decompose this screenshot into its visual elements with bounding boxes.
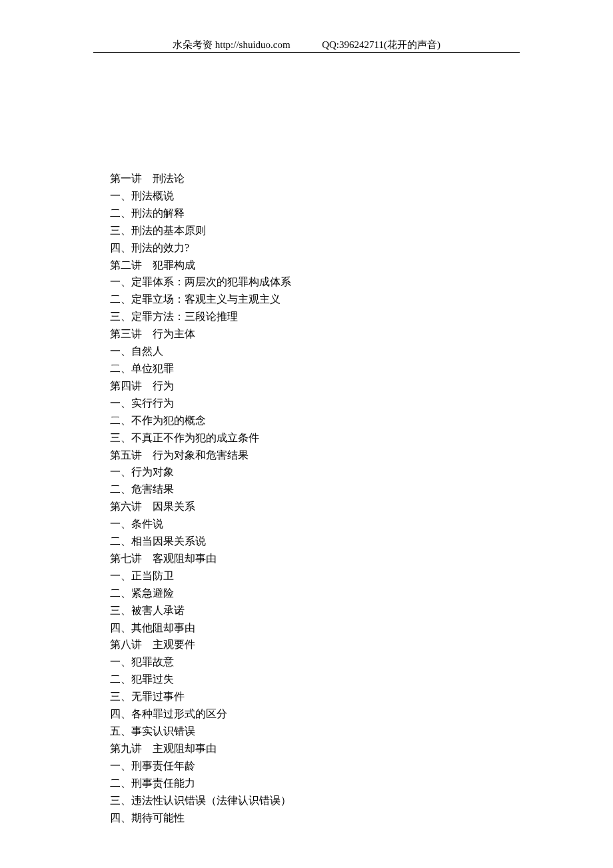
toc-line: 二、单位犯罪: [110, 360, 510, 377]
toc-line: 二、紧急避险: [110, 585, 510, 602]
toc-line: 三、被害人承诺: [110, 602, 510, 619]
toc-line: 第六讲 因果关系: [110, 498, 510, 515]
toc-line: 二、定罪立场：客观主义与主观主义: [110, 291, 510, 308]
toc-line: 一、实行行为: [110, 395, 510, 412]
toc-line: 一、犯罪故意: [110, 653, 510, 671]
document-content: 第一讲 刑法论 一、刑法概说 二、刑法的解释 三、刑法的基本原则 四、刑法的效力…: [110, 170, 510, 826]
toc-line: 三、无罪过事件: [110, 688, 510, 705]
toc-line: 三、不真正不作为犯的成立条件: [110, 429, 510, 447]
toc-line: 第三讲 行为主体: [110, 325, 510, 343]
header-underline: [93, 52, 520, 53]
toc-line: 四、期待可能性: [110, 809, 510, 827]
toc-line: 第四讲 行为: [110, 377, 510, 395]
toc-line: 二、危害结果: [110, 481, 510, 498]
toc-line: 一、刑法概说: [110, 187, 510, 205]
toc-line: 一、行为对象: [110, 463, 510, 481]
toc-line: 二、相当因果关系说: [110, 533, 510, 550]
toc-line: 四、各种罪过形式的区分: [110, 705, 510, 723]
toc-line: 二、犯罪过失: [110, 671, 510, 688]
toc-line: 二、刑事责任能力: [110, 775, 510, 792]
toc-line: 二、不作为犯的概念: [110, 412, 510, 429]
toc-line: 二、刑法的解释: [110, 205, 510, 222]
toc-line: 第九讲 主观阻却事由: [110, 740, 510, 757]
toc-line: 三、定罪方法：三段论推理: [110, 308, 510, 325]
toc-line: 一、刑事责任年龄: [110, 757, 510, 775]
toc-line: 三、刑法的基本原则: [110, 222, 510, 239]
toc-line: 四、刑法的效力?: [110, 239, 510, 257]
toc-line: 一、条件说: [110, 515, 510, 533]
toc-line: 第五讲 行为对象和危害结果: [110, 447, 510, 464]
page-header: 水朵考资 http://shuiduo.com QQ:396242711(花开的…: [0, 39, 613, 51]
toc-line: 第七讲 客观阻却事由: [110, 550, 510, 567]
toc-line: 三、违法性认识错误（法律认识错误）: [110, 792, 510, 809]
toc-line: 一、正当防卫: [110, 567, 510, 585]
toc-line: 第一讲 刑法论: [110, 170, 510, 187]
toc-line: 第八讲 主观要件: [110, 636, 510, 653]
header-right: QQ:396242711(花开的声音): [322, 39, 440, 50]
toc-line: 一、自然人: [110, 343, 510, 360]
toc-line: 一、定罪体系：两层次的犯罪构成体系: [110, 273, 510, 291]
toc-line: 四、其他阻却事由: [110, 619, 510, 637]
toc-line: 第二讲 犯罪构成: [110, 257, 510, 274]
toc-line: 五、事实认识错误: [110, 723, 510, 740]
header-left: 水朵考资 http://shuiduo.com: [173, 39, 291, 50]
